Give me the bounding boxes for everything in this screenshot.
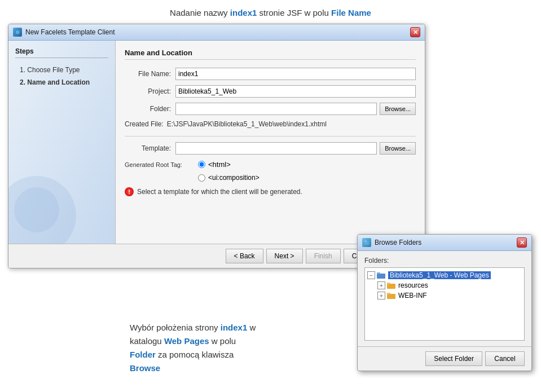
folder-icon-webinf bbox=[387, 292, 396, 299]
svg-rect-4 bbox=[377, 272, 380, 274]
project-input[interactable] bbox=[175, 85, 416, 98]
svg-rect-8 bbox=[387, 293, 390, 294]
folder-icon-root bbox=[377, 272, 386, 279]
expander-resources[interactable]: + bbox=[377, 281, 385, 289]
next-button[interactable]: Next > bbox=[266, 249, 303, 263]
radio-composition-label: <ui:composition> bbox=[208, 174, 259, 182]
content-panel: Name and Location File Name: Project: Fo… bbox=[116, 41, 425, 244]
folder-tree[interactable]: − Biblioteka5_1_Web - Web Pages + resour… bbox=[364, 267, 525, 341]
tree-item-webinf[interactable]: + WEB-INF bbox=[377, 290, 522, 301]
folder-browse-button[interactable]: Browse... bbox=[380, 103, 416, 115]
folder-input[interactable] bbox=[175, 103, 377, 115]
file-name-label: File Name: bbox=[125, 70, 175, 78]
expander-webinf[interactable]: + bbox=[377, 292, 385, 299]
dialog-body: Steps 1. Choose File Type 2. Name and Lo… bbox=[8, 41, 425, 244]
dialog-title: New Facelets Template Client bbox=[25, 28, 115, 36]
select-folder-button[interactable]: Select Folder bbox=[425, 351, 482, 366]
step-2: 2. Name and Location bbox=[15, 76, 108, 89]
dialog-titlebar: New Facelets Template Client ✕ bbox=[8, 24, 425, 41]
created-file-label: Created File: bbox=[125, 120, 167, 128]
top-instruction: Nadanie nazwy index1 stronie JSF w polu … bbox=[0, 0, 541, 24]
root-tag-row: Generated Root Tag: <html> bbox=[125, 160, 416, 169]
file-name-row: File Name: bbox=[125, 68, 416, 80]
template-label: Template: bbox=[125, 144, 175, 152]
folders-label: Folders: bbox=[364, 257, 525, 265]
browse-dialog-icon bbox=[362, 238, 371, 247]
dialog-title-icon bbox=[13, 28, 22, 37]
main-dialog: New Facelets Template Client ✕ Steps 1. … bbox=[8, 24, 425, 268]
bottom-text: Wybór położenia strony index1 w katalogu… bbox=[130, 321, 256, 375]
steps-heading: Steps bbox=[15, 47, 108, 58]
tree-label-resources: resources bbox=[398, 281, 428, 289]
template-browse-button[interactable]: Browse... bbox=[380, 142, 416, 155]
tree-label-root: Biblioteka5_1_Web - Web Pages bbox=[388, 271, 491, 279]
warning-row: ! Select a template for which the client… bbox=[125, 187, 416, 196]
radio-composition[interactable] bbox=[198, 174, 205, 182]
svg-rect-6 bbox=[387, 283, 390, 284]
browse-dialog: Browse Folders ✕ Folders: − Biblioteka5_… bbox=[357, 234, 532, 371]
dialog-close-button[interactable]: ✕ bbox=[410, 27, 420, 37]
file-name-input[interactable] bbox=[175, 68, 416, 80]
section-title: Name and Location bbox=[125, 49, 416, 60]
project-label: Project: bbox=[125, 87, 175, 95]
svg-rect-3 bbox=[377, 274, 385, 279]
browse-footer: Select Folder Cancel bbox=[358, 346, 531, 371]
svg-rect-7 bbox=[387, 294, 395, 299]
folder-row: Folder: Browse... bbox=[125, 103, 416, 115]
browse-cancel-button[interactable]: Cancel bbox=[485, 351, 525, 366]
back-button[interactable]: < Back bbox=[226, 249, 263, 263]
folder-label: Folder: bbox=[125, 105, 175, 113]
tree-item-resources[interactable]: + resources bbox=[377, 280, 522, 290]
template-row: Template: Browse... bbox=[125, 142, 416, 155]
template-input[interactable] bbox=[175, 142, 377, 155]
radio-group-2: <ui:composition> bbox=[198, 174, 416, 182]
project-row: Project: bbox=[125, 85, 416, 98]
tree-label-webinf: WEB-INF bbox=[398, 292, 427, 299]
steps-panel: Steps 1. Choose File Type 2. Name and Lo… bbox=[8, 41, 116, 244]
radio-html[interactable] bbox=[198, 161, 205, 168]
folder-icon-resources bbox=[387, 282, 396, 289]
warning-text: Select a template for which the client w… bbox=[137, 188, 302, 196]
divider bbox=[125, 136, 416, 136]
browse-dialog-title: Browse Folders bbox=[375, 239, 421, 246]
root-tag-label: Generated Root Tag: bbox=[125, 161, 198, 168]
svg-point-0 bbox=[15, 30, 20, 34]
created-file-row: Created File: E:\JSF\JavaPK\Biblioteka5_… bbox=[125, 120, 416, 128]
svg-rect-2 bbox=[364, 240, 367, 242]
finish-button[interactable]: Finish bbox=[306, 249, 341, 263]
warning-icon: ! bbox=[125, 187, 134, 196]
svg-rect-5 bbox=[387, 284, 395, 289]
browse-dialog-titlebar: Browse Folders ✕ bbox=[358, 235, 531, 251]
browse-close-button[interactable]: ✕ bbox=[517, 237, 527, 248]
expander-root[interactable]: − bbox=[367, 271, 375, 279]
browse-body: Folders: − Biblioteka5_1_Web - Web Pages… bbox=[358, 251, 531, 346]
tree-item-root[interactable]: − Biblioteka5_1_Web - Web Pages bbox=[367, 270, 522, 280]
step-1: 1. Choose File Type bbox=[15, 64, 108, 76]
radio-html-label: <html> bbox=[208, 160, 231, 169]
created-file-value: E:\JSF\JavaPK\Biblioteka5_1_Web\web\inde… bbox=[167, 120, 327, 128]
